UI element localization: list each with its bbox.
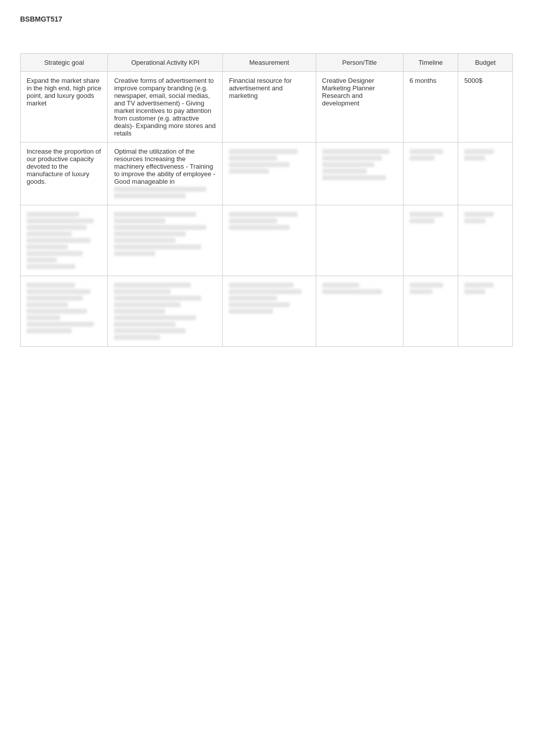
- cell-strategic-1: Expand the market share in the high end,…: [21, 72, 108, 143]
- cell-operational-4: [108, 276, 223, 347]
- cell-person-3: [316, 205, 403, 276]
- cell-strategic-2: Increase the proportion of our productiv…: [21, 143, 108, 205]
- cell-measurement-3: [223, 205, 316, 276]
- cell-budget-4: [458, 276, 512, 347]
- cell-timeline-1: 6 months: [403, 72, 458, 143]
- col-header-person: Person/Title: [316, 54, 403, 72]
- table-row: [21, 205, 513, 276]
- main-table: Strategic goal Operational Activity KPI …: [20, 53, 513, 347]
- table-row: Expand the market share in the high end,…: [21, 72, 513, 143]
- col-header-budget: Budget: [458, 54, 512, 72]
- cell-timeline-2: [403, 143, 458, 205]
- col-header-operational: Operational Activity KPI: [108, 54, 223, 72]
- cell-person-1: Creative Designer Marketing Planner Rese…: [316, 72, 403, 143]
- page-header: BSBMGT517: [20, 15, 513, 23]
- cell-budget-1: 5000$: [458, 72, 512, 143]
- table-row: [21, 276, 513, 347]
- col-header-strategic: Strategic goal: [21, 54, 108, 72]
- cell-budget-2: [458, 143, 512, 205]
- cell-strategic-3: [21, 205, 108, 276]
- cell-measurement-2: [223, 143, 316, 205]
- cell-person-4: [316, 276, 403, 347]
- cell-strategic-4: [21, 276, 108, 347]
- cell-timeline-3: [403, 205, 458, 276]
- cell-measurement-1: Financial resource for advertisement and…: [223, 72, 316, 143]
- table-row: Increase the proportion of our productiv…: [21, 143, 513, 205]
- table-header-row: Strategic goal Operational Activity KPI …: [21, 54, 513, 72]
- cell-timeline-4: [403, 276, 458, 347]
- blurred-content: [114, 187, 216, 198]
- cell-operational-1: Creative forms of advertisement to impro…: [108, 72, 223, 143]
- cell-operational-3: [108, 205, 223, 276]
- col-header-measurement: Measurement: [223, 54, 316, 72]
- cell-person-2: [316, 143, 403, 205]
- cell-budget-3: [458, 205, 512, 276]
- cell-operational-2: Optimal the utilization of the resources…: [108, 143, 223, 205]
- cell-measurement-4: [223, 276, 316, 347]
- col-header-timeline: Timeline: [403, 54, 458, 72]
